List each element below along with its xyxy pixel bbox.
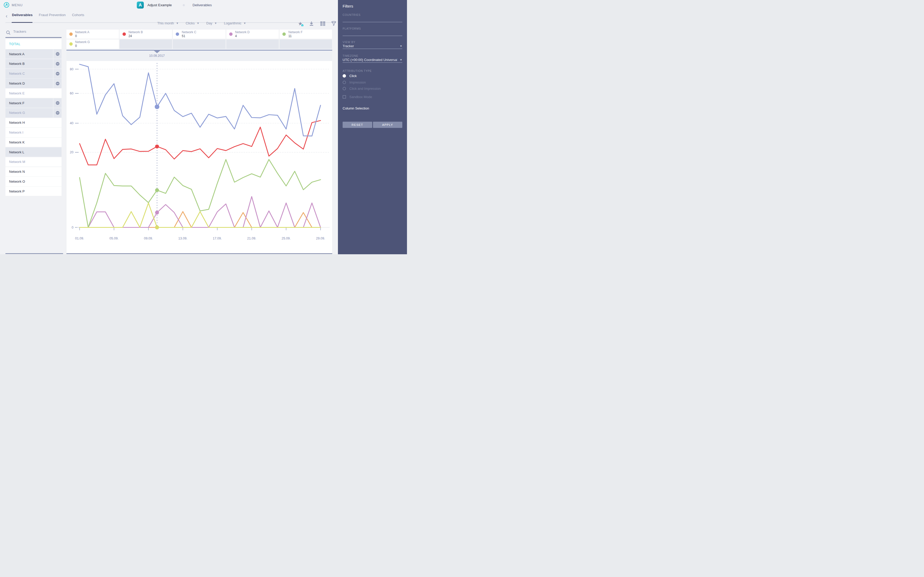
tracker-label[interactable]: Network E <box>5 89 61 98</box>
sidebar-item-network-o[interactable]: Network O <box>5 177 61 186</box>
radio-selected-icon <box>343 74 346 77</box>
tracker-label[interactable]: Network I <box>5 127 61 137</box>
scale-dropdown[interactable]: Logarithmic▼ <box>224 21 246 25</box>
legend-card-network-c[interactable]: Network C51 <box>173 30 225 39</box>
legend-placeholder <box>120 39 172 49</box>
tracker-scrollbar[interactable] <box>5 253 63 254</box>
tracker-label[interactable]: Network L <box>5 147 61 157</box>
countries-input[interactable] <box>343 22 402 22</box>
back-chevron-icon[interactable]: ‹ <box>6 13 8 18</box>
line-chart[interactable]: 02040608001.09.05.09.09.09.13.09.17.09.2… <box>66 61 332 253</box>
legend-name: Network D <box>235 31 250 34</box>
remove-tracker-button[interactable] <box>53 69 61 78</box>
checkbox-icon <box>343 95 346 98</box>
radio-click[interactable]: Click <box>343 74 402 78</box>
remove-tracker-button[interactable] <box>53 79 61 88</box>
menu-label: MENU <box>12 3 23 7</box>
sandbox-mode-checkbox[interactable]: Sandbox Mode <box>343 95 402 99</box>
x-axis-label: 21.09. <box>247 237 256 240</box>
legend-card-network-a[interactable]: Network A0 <box>66 30 119 39</box>
timezone-label: TIMEZONE <box>343 54 358 57</box>
granularity-dropdown[interactable]: Day▼ <box>206 21 217 25</box>
tracker-label[interactable]: Network C <box>5 69 53 78</box>
legend-placeholder <box>279 39 332 49</box>
filter-icon[interactable] <box>331 21 337 26</box>
tracker-label[interactable]: Network D <box>5 79 53 88</box>
sidebar-item-network-h[interactable]: Network H <box>5 118 61 127</box>
y-axis-label: 60 <box>70 92 73 95</box>
legend-value: 0 <box>75 34 77 38</box>
legend-card-network-f[interactable]: Network F11 <box>279 30 332 39</box>
radio-click-and-impression[interactable]: Click and Impression <box>343 87 402 90</box>
tab-deliverables[interactable]: Deliverables <box>12 13 33 20</box>
tab-cohorts[interactable]: Cohorts <box>72 13 84 20</box>
marker-dot-network-g[interactable] <box>155 226 159 229</box>
sidebar-item-network-a[interactable]: Network A <box>5 49 61 59</box>
remove-tracker-button[interactable] <box>53 108 61 118</box>
sidebar-item-network-b[interactable]: Network B <box>5 59 61 68</box>
reset-button[interactable]: RESET <box>343 122 372 128</box>
timezone-select[interactable]: UTC (+00:00) Coordinated Universal... ▼ <box>343 58 402 62</box>
sidebar-item-total[interactable]: TOTAL <box>5 39 61 49</box>
sidebar-item-network-f[interactable]: Network F <box>5 98 61 108</box>
view-by-select[interactable]: Tracker ▼ <box>343 44 402 48</box>
tracker-label[interactable]: Network K <box>5 137 61 147</box>
download-icon[interactable] <box>309 21 314 26</box>
sidebar-item-network-p[interactable]: Network P <box>5 187 61 196</box>
filters-panel: Filters COUNTRIES PLATFORMS VIEW BY Trac… <box>338 0 407 254</box>
attribution-type-label: ATTRIBUTION TYPE <box>343 69 372 73</box>
tracker-search[interactable] <box>5 29 62 38</box>
date-range-dropdown[interactable]: This month▼ <box>157 21 179 25</box>
marker-triangle-icon[interactable] <box>154 51 160 53</box>
sidebar-item-network-c[interactable]: Network C <box>5 69 61 78</box>
remove-tracker-button[interactable] <box>53 49 61 59</box>
apply-button[interactable]: APPLY <box>373 122 403 128</box>
legend-name: Network B <box>129 31 143 34</box>
minus-icon <box>56 52 60 56</box>
minus-icon <box>56 62 60 66</box>
remove-tracker-button[interactable] <box>53 59 61 68</box>
sidebar-item-network-k[interactable]: Network K <box>5 137 61 147</box>
menu-button[interactable]: MENU <box>3 2 23 8</box>
tracker-label[interactable]: Network P <box>5 187 61 196</box>
tracker-label[interactable]: Network B <box>5 59 53 68</box>
column-selection-link[interactable]: Column Selection <box>343 106 369 110</box>
sidebar-item-network-n[interactable]: Network N <box>5 167 61 176</box>
sidebar-item-network-m[interactable]: Network M <box>5 157 61 166</box>
legend-name: Network A <box>75 31 90 34</box>
radio-impression[interactable]: Impression <box>343 81 402 84</box>
tracker-label[interactable]: Network G <box>5 108 53 118</box>
sidebar-item-network-e[interactable]: Network E <box>5 89 61 98</box>
timeline-band[interactable]: 10.09.2017 <box>66 49 332 61</box>
marker-dot-network-f[interactable] <box>155 189 159 192</box>
tracker-label[interactable]: Network O <box>5 177 61 186</box>
marker-dot-network-c[interactable] <box>155 105 160 109</box>
sidebar-item-network-g[interactable]: Network G <box>5 108 61 118</box>
search-input[interactable] <box>13 30 60 34</box>
table-columns-icon[interactable] <box>320 21 326 26</box>
legend-card-network-b[interactable]: Network B24 <box>120 30 172 39</box>
sidebar-item-network-d[interactable]: Network D <box>5 79 61 88</box>
tab-fraud-prevention[interactable]: Fraud Prevention <box>39 13 66 20</box>
favorite-add-icon[interactable]: ★+ <box>297 21 303 26</box>
metric-dropdown[interactable]: Clicks▼ <box>185 21 199 25</box>
series-line-network-f[interactable] <box>79 160 320 227</box>
chevron-down-icon: ▼ <box>197 22 199 25</box>
series-line-network-c[interactable] <box>79 64 320 136</box>
marker-dot-network-d[interactable] <box>155 211 159 214</box>
series-line-network-a[interactable] <box>79 212 320 227</box>
tracker-label[interactable]: Network A <box>5 49 53 59</box>
remove-tracker-button[interactable] <box>53 98 61 108</box>
platforms-input[interactable] <box>343 35 402 36</box>
tracker-label[interactable]: Network N <box>5 167 61 176</box>
marker-dot-network-b[interactable] <box>155 145 159 148</box>
legend-card-network-g[interactable]: Network G0 <box>66 39 119 49</box>
legend-value: 0 <box>75 44 77 48</box>
adjust-logo-icon <box>3 2 10 8</box>
tracker-label[interactable]: Network F <box>5 98 53 108</box>
tracker-label[interactable]: Network H <box>5 118 61 127</box>
sidebar-item-network-i[interactable]: Network I <box>5 127 61 137</box>
legend-card-network-d[interactable]: Network D4 <box>226 30 279 39</box>
tracker-label[interactable]: Network M <box>5 157 61 166</box>
sidebar-item-network-l[interactable]: Network L <box>5 147 61 157</box>
